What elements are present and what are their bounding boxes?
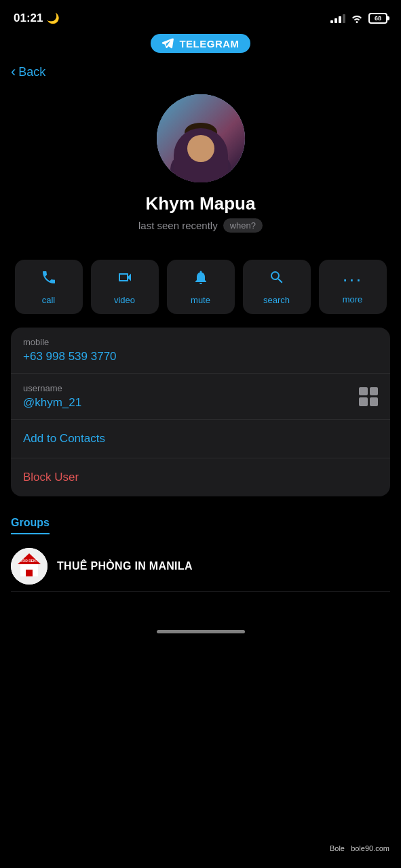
group-avatar-svg: FOR RENT <box>11 548 47 585</box>
qr-code-icon[interactable] <box>359 387 378 406</box>
username-row-inner: username @khym_21 <box>23 383 378 410</box>
telegram-logo-icon <box>161 37 174 50</box>
mobile-row: mobile +63 998 539 3770 <box>11 328 390 374</box>
svg-rect-5 <box>189 147 212 158</box>
battery-level: 68 <box>375 15 381 22</box>
status-time: 01:21 🌙 <box>14 12 60 25</box>
search-button[interactable]: search <box>243 260 311 314</box>
status-bar: 01:21 🌙 68 <box>0 0 401 34</box>
wifi-icon <box>351 14 363 23</box>
username-content: username @khym_21 <box>23 383 81 410</box>
chevron-left-icon: ‹ <box>11 64 16 79</box>
svg-rect-6 <box>188 139 200 146</box>
telegram-badge: TELEGRAM <box>151 34 250 53</box>
action-buttons-row: call video mute search ··· more <box>0 246 401 328</box>
home-bar <box>157 630 245 633</box>
signal-bars-icon <box>330 14 345 23</box>
status-right: 68 <box>330 13 387 24</box>
battery-icon: 68 <box>368 13 387 24</box>
svg-rect-7 <box>202 139 214 146</box>
profile-name: Khym Mapua <box>146 193 256 214</box>
video-label: video <box>114 295 135 305</box>
group-avatar: FOR RENT <box>11 548 47 585</box>
add-to-contacts-row[interactable]: Add to Contacts <box>11 420 390 458</box>
last-seen-status: last seen recently when? <box>138 218 263 233</box>
username-value[interactable]: @khym_21 <box>23 396 81 410</box>
group-name: THUÊ PHÒNG IN MANILA <box>57 560 193 572</box>
home-indicator <box>0 619 401 639</box>
moon-icon: 🌙 <box>47 12 60 24</box>
watermark-brand: Bole <box>330 844 345 852</box>
contact-info-card: mobile +63 998 539 3770 username @khym_2… <box>11 328 390 496</box>
telegram-label: TELEGRAM <box>179 38 239 50</box>
mobile-label: mobile <box>23 337 378 347</box>
time-display: 01:21 <box>14 12 43 25</box>
block-user-button[interactable]: Block User <box>23 471 79 484</box>
svg-point-4 <box>185 123 217 142</box>
last-seen-text: last seen recently <box>138 220 218 231</box>
video-icon <box>117 269 133 290</box>
mute-label: mute <box>191 295 210 305</box>
svg-point-2 <box>170 149 231 182</box>
group-avatar-image: FOR RENT <box>11 548 47 585</box>
mute-icon <box>193 269 209 290</box>
svg-point-3 <box>186 127 216 159</box>
block-user-row[interactable]: Block User <box>11 458 390 496</box>
when-badge: when? <box>223 218 263 233</box>
groups-section: Groups FOR RENT THUÊ PHÒNG IN MANILA <box>0 510 401 592</box>
back-label: Back <box>18 65 45 79</box>
call-icon <box>41 269 57 290</box>
groups-label: Groups <box>11 517 50 534</box>
watermark-site: bole90.com <box>351 844 389 852</box>
profile-section: Khym Mapua last seen recently when? <box>0 87 401 246</box>
search-icon <box>269 269 285 290</box>
telegram-header: TELEGRAM <box>0 34 401 60</box>
call-button[interactable]: call <box>15 260 83 314</box>
add-to-contacts-button[interactable]: Add to Contacts <box>23 432 105 445</box>
watermark: Bole bole90.com <box>325 842 394 854</box>
avatar-svg <box>157 94 245 182</box>
more-icon: ··· <box>343 270 362 289</box>
avatar <box>157 94 245 182</box>
username-label: username <box>23 383 81 393</box>
svg-rect-12 <box>26 570 33 576</box>
username-row: username @khym_21 <box>11 374 390 420</box>
mute-button[interactable]: mute <box>167 260 235 314</box>
back-button[interactable]: ‹ Back <box>0 60 401 87</box>
call-label: call <box>42 295 56 305</box>
video-button[interactable]: video <box>91 260 159 314</box>
svg-text:FOR RENT: FOR RENT <box>20 559 38 563</box>
more-label: more <box>343 294 363 304</box>
more-button[interactable]: ··· more <box>319 260 387 314</box>
svg-rect-1 <box>157 94 245 182</box>
list-item[interactable]: FOR RENT THUÊ PHÒNG IN MANILA <box>11 541 390 592</box>
search-label: search <box>263 295 290 305</box>
avatar-image <box>157 94 245 182</box>
mobile-value[interactable]: +63 998 539 3770 <box>23 350 378 363</box>
